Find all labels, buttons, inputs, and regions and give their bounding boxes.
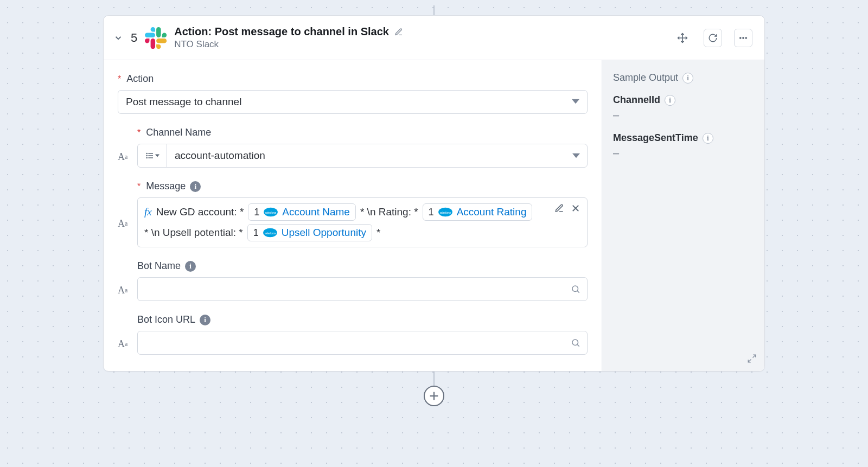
action-label: Action — [126, 73, 154, 85]
chevron-down-icon[interactable] — [565, 144, 587, 167]
info-icon[interactable]: i — [200, 315, 210, 325]
output-key-channelid: ChannelId — [613, 94, 660, 106]
channel-label: Channel Name — [146, 127, 211, 138]
info-icon[interactable]: i — [682, 73, 693, 84]
search-icon — [571, 338, 580, 348]
more-menu-button[interactable] — [734, 29, 752, 47]
svg-point-3 — [743, 37, 744, 39]
botname-input[interactable] — [137, 277, 588, 301]
svg-line-23 — [753, 355, 756, 357]
slack-icon — [145, 27, 167, 49]
required-asterisk: * — [118, 74, 121, 84]
action-select[interactable]: Post message to channel — [118, 90, 588, 114]
svg-point-10 — [146, 157, 147, 158]
message-formula-input[interactable]: fx New GD account: * 1 salesforce Accoun… — [137, 197, 588, 247]
channel-options-button[interactable] — [138, 144, 167, 167]
svg-text:salesforce: salesforce — [439, 212, 451, 214]
pill-upsell-opportunity[interactable]: 1 salesforce Upsell Opportunity — [247, 224, 372, 241]
channel-value: account-automation — [167, 144, 565, 167]
add-step-button[interactable] — [424, 386, 444, 406]
clear-message-icon[interactable] — [571, 203, 580, 213]
pill-account-rating[interactable]: 1 salesforce Account Rating — [423, 203, 533, 221]
message-text: New GD account: * — [156, 206, 244, 218]
step-title: Action: Post message to channel in Slack — [174, 25, 389, 38]
sample-output-panel: Sample Output i ChannelId i – MessageSen… — [602, 60, 764, 371]
step-subtitle: NTO Slack — [174, 39, 403, 50]
expand-panel-icon[interactable] — [747, 354, 757, 366]
refresh-button[interactable] — [704, 29, 722, 47]
output-key-messagesenttime: MessageSentTime — [613, 132, 698, 144]
svg-text:salesforce: salesforce — [265, 212, 277, 214]
message-label: Message — [146, 181, 186, 192]
edit-message-icon[interactable] — [554, 203, 564, 213]
svg-text:salesforce: salesforce — [264, 232, 276, 235]
salesforce-icon: salesforce — [263, 228, 277, 238]
sample-output-heading: Sample Output — [613, 72, 678, 84]
search-icon — [571, 284, 580, 294]
svg-point-9 — [146, 155, 147, 156]
message-text: * \n Rating: * — [360, 206, 418, 218]
text-type-icon: Aa — [118, 144, 137, 168]
action-select-value: Post message to channel — [126, 96, 241, 108]
connector-bottom — [433, 372, 435, 386]
text-type-icon: Aa — [118, 277, 137, 301]
text-type-icon: Aa — [118, 197, 137, 247]
step-number: 5 — [131, 31, 137, 45]
step-card: 5 Action: Post message to channel in Sla… — [103, 15, 765, 372]
info-icon[interactable]: i — [665, 95, 675, 106]
svg-point-19 — [572, 286, 578, 292]
boticon-input[interactable] — [137, 331, 588, 355]
fx-icon: fx — [144, 206, 152, 218]
required-asterisk: * — [137, 182, 141, 191]
connector-top — [433, 5, 435, 15]
salesforce-icon: salesforce — [264, 207, 278, 217]
info-icon[interactable]: i — [190, 181, 201, 192]
edit-title-icon[interactable] — [394, 28, 403, 36]
svg-line-22 — [577, 344, 579, 346]
message-text: * \n Upsell potential: * — [144, 227, 243, 239]
move-step-button[interactable] — [673, 29, 692, 47]
svg-line-20 — [577, 291, 579, 292]
info-icon[interactable]: i — [703, 133, 713, 144]
pill-account-name[interactable]: 1 salesforce Account Name — [248, 203, 356, 221]
svg-line-24 — [748, 360, 751, 362]
svg-point-21 — [572, 340, 578, 346]
info-icon[interactable]: i — [185, 261, 196, 272]
botname-label: Bot Name — [137, 260, 181, 272]
salesforce-icon: salesforce — [438, 207, 452, 217]
output-val-messagesenttime: – — [613, 147, 754, 159]
svg-point-4 — [745, 37, 747, 39]
text-type-icon: Aa — [118, 331, 137, 355]
svg-point-2 — [739, 37, 741, 39]
collapse-toggle[interactable] — [113, 33, 123, 43]
required-asterisk: * — [137, 128, 141, 138]
message-text: * — [376, 227, 380, 239]
svg-point-8 — [146, 153, 147, 153]
boticon-label: Bot Icon URL — [137, 314, 195, 325]
output-val-channelid: – — [613, 109, 754, 121]
channel-select[interactable]: account-automation — [137, 144, 588, 168]
chevron-down-icon — [572, 96, 579, 108]
step-header: 5 Action: Post message to channel in Sla… — [104, 16, 764, 60]
